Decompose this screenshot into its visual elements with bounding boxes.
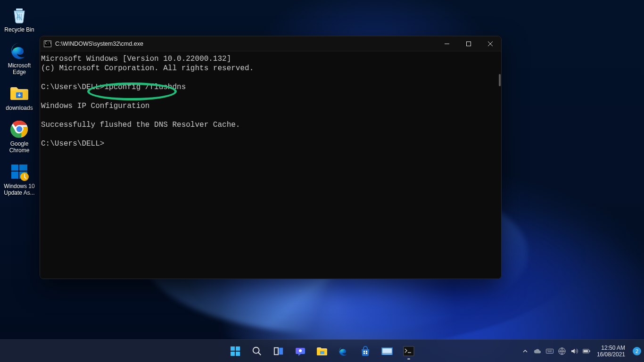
svg-rect-21 [366, 351, 367, 352]
cmd-line: Windows IP Configuration [41, 102, 149, 110]
desktop-icon-chrome[interactable]: Google Chrome [1, 117, 38, 159]
svg-rect-23 [366, 353, 367, 354]
taskbar-task-view-button[interactable] [269, 342, 288, 361]
notification-badge[interactable]: 2 [633, 347, 641, 355]
desktop-icon-label: Recycle Bin [4, 26, 34, 33]
cmd-titlebar[interactable]: C:\WINDOWS\system32\cmd.exe [40, 36, 501, 51]
taskbar-settings-button[interactable] [378, 342, 396, 361]
onedrive-icon[interactable] [534, 347, 541, 355]
svg-point-18 [299, 349, 302, 352]
taskbar-search-button[interactable] [248, 342, 266, 361]
cmd-prompt: C:\Users\DELL> [41, 83, 104, 91]
svg-rect-27 [404, 346, 414, 356]
start-button[interactable] [226, 342, 245, 361]
svg-rect-19 [320, 351, 324, 354]
taskbar-cmd-button[interactable] [399, 342, 418, 361]
svg-rect-17 [279, 347, 283, 354]
desktop-icon-label: downloads [6, 105, 33, 111]
svg-rect-25 [382, 348, 392, 353]
clock-time: 12:50 AM [597, 345, 625, 351]
system-tray: 12:50 AM 16/08/2021 2 [521, 340, 641, 362]
volume-icon[interactable] [570, 347, 578, 355]
window-controls [436, 36, 501, 51]
taskbar: 12:50 AM 16/08/2021 2 [0, 339, 644, 362]
taskbar-center-apps [226, 340, 418, 362]
edge-icon [9, 41, 30, 61]
svg-rect-6 [19, 165, 27, 171]
cmd-scrollbar-thumb[interactable] [499, 74, 501, 86]
folder-icon [9, 83, 30, 104]
notification-count: 2 [636, 348, 638, 354]
svg-rect-12 [236, 346, 240, 351]
cmd-window-title: C:\WINDOWS\system32\cmd.exe [55, 41, 436, 47]
close-button[interactable] [479, 36, 501, 51]
clock-date: 16/08/2021 [597, 351, 625, 358]
svg-rect-16 [274, 347, 278, 354]
desktop-icon-label: Google Chrome [1, 140, 37, 154]
svg-point-4 [17, 126, 22, 132]
cmd-terminal-output[interactable]: Microsoft Windows [Version 10.0.22000.13… [40, 51, 501, 279]
svg-rect-31 [589, 350, 590, 352]
cmd-prompt: C:\Users\DELL> [41, 140, 104, 148]
svg-rect-26 [382, 354, 392, 354]
svg-rect-28 [546, 349, 553, 353]
desktop-icon-edge[interactable]: Microsoft Edge [1, 39, 38, 81]
desktop-icon-label: Microsoft Edge [1, 62, 37, 75]
svg-rect-10 [467, 41, 471, 46]
svg-rect-13 [231, 352, 235, 356]
keyboard-layout-icon[interactable] [546, 347, 553, 355]
windows-update-icon [9, 161, 30, 182]
svg-point-15 [253, 347, 259, 353]
svg-rect-5 [11, 165, 18, 171]
svg-rect-0 [16, 8, 23, 10]
desktop-icon-label: Windows 10 Update As... [1, 183, 37, 196]
desktop-icon-recycle-bin[interactable]: Recycle Bin [1, 3, 38, 39]
recycle-bin-icon [9, 5, 30, 25]
taskbar-clock[interactable]: 12:50 AM 16/08/2021 [597, 345, 625, 358]
cmd-line: (c) Microsoft Corporation. All rights re… [41, 64, 254, 73]
taskbar-edge-button[interactable] [334, 342, 353, 361]
svg-rect-7 [11, 172, 18, 179]
cmd-line: Microsoft Windows [Version 10.0.22000.13… [41, 55, 231, 63]
maximize-button[interactable] [458, 36, 479, 51]
minimize-button[interactable] [436, 36, 458, 51]
cmd-entered-command: ipconfig /flushdns [104, 83, 186, 91]
network-icon[interactable] [558, 347, 566, 355]
taskbar-file-explorer-button[interactable] [313, 342, 331, 361]
cmd-window[interactable]: C:\WINDOWS\system32\cmd.exe Microsoft Wi… [40, 36, 502, 279]
cmd-line: Successfully flushed the DNS Resolver Ca… [41, 121, 240, 129]
taskbar-store-button[interactable] [356, 342, 375, 361]
svg-rect-32 [584, 350, 588, 352]
svg-rect-11 [231, 346, 235, 351]
cmd-icon [44, 41, 51, 47]
battery-icon[interactable] [583, 347, 590, 355]
desktop-icon-win10-update[interactable]: Windows 10 Update As... [1, 159, 38, 202]
svg-rect-14 [236, 352, 240, 356]
chrome-icon [9, 119, 30, 140]
taskbar-chat-button[interactable] [291, 342, 310, 361]
svg-rect-22 [363, 353, 365, 354]
svg-rect-20 [363, 351, 365, 352]
desktop-icons: Recycle Bin Microsoft Edge downloads Goo… [1, 3, 39, 202]
systray-overflow-button[interactable] [521, 347, 529, 355]
desktop-icon-downloads[interactable]: downloads [1, 81, 38, 117]
